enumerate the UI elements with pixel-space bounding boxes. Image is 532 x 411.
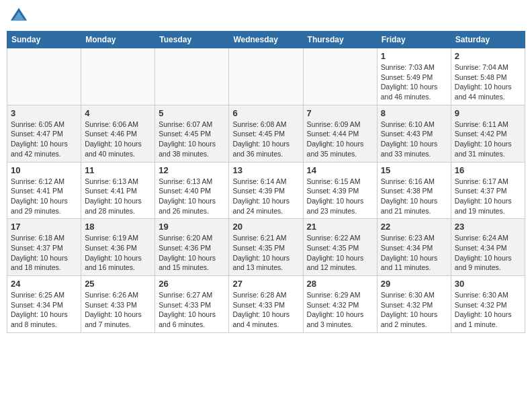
day-number: 29 xyxy=(381,279,447,289)
day-number: 20 xyxy=(232,222,299,232)
calendar-cell: 2Sunrise: 7:04 AM Sunset: 5:48 PM Daylig… xyxy=(451,48,525,105)
day-number: 10 xyxy=(11,165,77,175)
calendar-cell: 21Sunrise: 6:22 AM Sunset: 4:35 PM Dayli… xyxy=(303,219,377,276)
day-info: Sunrise: 6:25 AM Sunset: 4:34 PM Dayligh… xyxy=(11,290,77,330)
day-info: Sunrise: 6:18 AM Sunset: 4:37 PM Dayligh… xyxy=(11,233,77,273)
day-info: Sunrise: 6:21 AM Sunset: 4:35 PM Dayligh… xyxy=(232,233,299,273)
calendar-cell: 28Sunrise: 6:29 AM Sunset: 4:32 PM Dayli… xyxy=(303,276,377,333)
calendar-cell: 10Sunrise: 6:12 AM Sunset: 4:41 PM Dayli… xyxy=(7,162,81,219)
day-info: Sunrise: 6:16 AM Sunset: 4:38 PM Dayligh… xyxy=(381,177,447,216)
logo-icon xyxy=(9,7,28,26)
day-info: Sunrise: 6:22 AM Sunset: 4:35 PM Dayligh… xyxy=(307,233,373,273)
calendar-cell: 1Sunrise: 7:03 AM Sunset: 5:49 PM Daylig… xyxy=(377,48,451,105)
day-number: 11 xyxy=(85,165,151,175)
day-info: Sunrise: 6:10 AM Sunset: 4:43 PM Dayligh… xyxy=(381,120,447,159)
day-number: 17 xyxy=(11,222,77,232)
day-info: Sunrise: 6:24 AM Sunset: 4:34 PM Dayligh… xyxy=(455,233,521,273)
day-number: 5 xyxy=(159,108,225,118)
calendar-cell: 16Sunrise: 6:17 AM Sunset: 4:37 PM Dayli… xyxy=(451,162,525,219)
day-number: 3 xyxy=(11,108,77,118)
day-number: 15 xyxy=(381,165,447,175)
calendar-week-row: 3Sunrise: 6:05 AM Sunset: 4:47 PM Daylig… xyxy=(7,105,525,162)
day-number: 1 xyxy=(381,51,447,61)
calendar-cell: 13Sunrise: 6:14 AM Sunset: 4:39 PM Dayli… xyxy=(229,162,303,219)
day-number: 25 xyxy=(85,279,151,289)
day-info: Sunrise: 6:13 AM Sunset: 4:41 PM Dayligh… xyxy=(85,177,151,216)
calendar-cell: 24Sunrise: 6:25 AM Sunset: 4:34 PM Dayli… xyxy=(7,276,81,333)
calendar-cell: 7Sunrise: 6:09 AM Sunset: 4:44 PM Daylig… xyxy=(303,105,377,162)
day-info: Sunrise: 6:26 AM Sunset: 4:33 PM Dayligh… xyxy=(85,290,151,330)
calendar-cell: 26Sunrise: 6:27 AM Sunset: 4:33 PM Dayli… xyxy=(155,276,229,333)
calendar-cell xyxy=(229,48,303,105)
calendar-cell: 25Sunrise: 6:26 AM Sunset: 4:33 PM Dayli… xyxy=(81,276,155,333)
day-info: Sunrise: 6:27 AM Sunset: 4:33 PM Dayligh… xyxy=(159,290,225,330)
calendar-cell: 4Sunrise: 6:06 AM Sunset: 4:46 PM Daylig… xyxy=(81,105,155,162)
day-number: 24 xyxy=(11,279,77,289)
day-number: 27 xyxy=(232,279,299,289)
day-info: Sunrise: 6:05 AM Sunset: 4:47 PM Dayligh… xyxy=(11,120,77,159)
day-info: Sunrise: 6:17 AM Sunset: 4:37 PM Dayligh… xyxy=(455,177,521,216)
calendar-cell: 5Sunrise: 6:07 AM Sunset: 4:45 PM Daylig… xyxy=(155,105,229,162)
day-number: 2 xyxy=(455,51,521,61)
calendar-cell: 27Sunrise: 6:28 AM Sunset: 4:33 PM Dayli… xyxy=(229,276,303,333)
day-number: 13 xyxy=(232,165,299,175)
calendar-cell xyxy=(7,48,81,105)
day-info: Sunrise: 6:30 AM Sunset: 4:32 PM Dayligh… xyxy=(381,290,447,330)
calendar-cell: 3Sunrise: 6:05 AM Sunset: 4:47 PM Daylig… xyxy=(7,105,81,162)
calendar-cell xyxy=(303,48,377,105)
calendar-week-row: 1Sunrise: 7:03 AM Sunset: 5:49 PM Daylig… xyxy=(7,48,525,105)
calendar-cell: 23Sunrise: 6:24 AM Sunset: 4:34 PM Dayli… xyxy=(451,219,525,276)
day-info: Sunrise: 6:12 AM Sunset: 4:41 PM Dayligh… xyxy=(11,177,77,216)
day-number: 9 xyxy=(455,108,521,118)
calendar-cell: 14Sunrise: 6:15 AM Sunset: 4:39 PM Dayli… xyxy=(303,162,377,219)
day-info: Sunrise: 6:15 AM Sunset: 4:39 PM Dayligh… xyxy=(307,177,373,216)
day-info: Sunrise: 6:11 AM Sunset: 4:42 PM Dayligh… xyxy=(455,120,521,159)
day-info: Sunrise: 6:20 AM Sunset: 4:36 PM Dayligh… xyxy=(159,233,225,273)
day-number: 19 xyxy=(159,222,225,232)
day-number: 23 xyxy=(455,222,521,232)
calendar-cell: 9Sunrise: 6:11 AM Sunset: 4:42 PM Daylig… xyxy=(451,105,525,162)
weekday-header-monday: Monday xyxy=(81,32,155,48)
calendar-cell: 15Sunrise: 6:16 AM Sunset: 4:38 PM Dayli… xyxy=(377,162,451,219)
weekday-header-friday: Friday xyxy=(377,32,451,48)
page-header xyxy=(7,7,525,26)
calendar-cell: 20Sunrise: 6:21 AM Sunset: 4:35 PM Dayli… xyxy=(229,219,303,276)
day-info: Sunrise: 6:09 AM Sunset: 4:44 PM Dayligh… xyxy=(307,120,373,159)
calendar-cell: 12Sunrise: 6:13 AM Sunset: 4:40 PM Dayli… xyxy=(155,162,229,219)
calendar-cell xyxy=(81,48,155,105)
day-number: 8 xyxy=(381,108,447,118)
day-info: Sunrise: 7:04 AM Sunset: 5:48 PM Dayligh… xyxy=(455,62,521,102)
weekday-header-saturday: Saturday xyxy=(451,32,525,48)
calendar-cell: 30Sunrise: 6:30 AM Sunset: 4:32 PM Dayli… xyxy=(451,276,525,333)
day-number: 4 xyxy=(85,108,151,118)
day-number: 16 xyxy=(455,165,521,175)
day-number: 14 xyxy=(307,165,373,175)
calendar-week-row: 10Sunrise: 6:12 AM Sunset: 4:41 PM Dayli… xyxy=(7,162,525,219)
day-info: Sunrise: 6:08 AM Sunset: 4:45 PM Dayligh… xyxy=(232,120,299,159)
day-number: 7 xyxy=(307,108,373,118)
day-number: 18 xyxy=(85,222,151,232)
calendar-cell: 11Sunrise: 6:13 AM Sunset: 4:41 PM Dayli… xyxy=(81,162,155,219)
calendar-week-row: 24Sunrise: 6:25 AM Sunset: 4:34 PM Dayli… xyxy=(7,276,525,333)
day-number: 6 xyxy=(232,108,299,118)
calendar-week-row: 17Sunrise: 6:18 AM Sunset: 4:37 PM Dayli… xyxy=(7,219,525,276)
day-info: Sunrise: 7:03 AM Sunset: 5:49 PM Dayligh… xyxy=(381,62,447,102)
day-number: 28 xyxy=(307,279,373,289)
calendar-cell: 22Sunrise: 6:23 AM Sunset: 4:34 PM Dayli… xyxy=(377,219,451,276)
day-info: Sunrise: 6:06 AM Sunset: 4:46 PM Dayligh… xyxy=(85,120,151,159)
calendar-cell: 19Sunrise: 6:20 AM Sunset: 4:36 PM Dayli… xyxy=(155,219,229,276)
weekday-header-thursday: Thursday xyxy=(303,32,377,48)
calendar-cell: 18Sunrise: 6:19 AM Sunset: 4:36 PM Dayli… xyxy=(81,219,155,276)
logo xyxy=(9,7,31,26)
day-number: 30 xyxy=(455,279,521,289)
calendar-cell: 8Sunrise: 6:10 AM Sunset: 4:43 PM Daylig… xyxy=(377,105,451,162)
day-number: 12 xyxy=(159,165,225,175)
calendar-cell: 29Sunrise: 6:30 AM Sunset: 4:32 PM Dayli… xyxy=(377,276,451,333)
weekday-header-tuesday: Tuesday xyxy=(155,32,229,48)
calendar-cell xyxy=(155,48,229,105)
calendar-table: SundayMondayTuesdayWednesdayThursdayFrid… xyxy=(7,31,525,333)
weekday-header-wednesday: Wednesday xyxy=(229,32,303,48)
day-number: 26 xyxy=(159,279,225,289)
calendar-cell: 6Sunrise: 6:08 AM Sunset: 4:45 PM Daylig… xyxy=(229,105,303,162)
weekday-header-sunday: Sunday xyxy=(7,32,81,48)
